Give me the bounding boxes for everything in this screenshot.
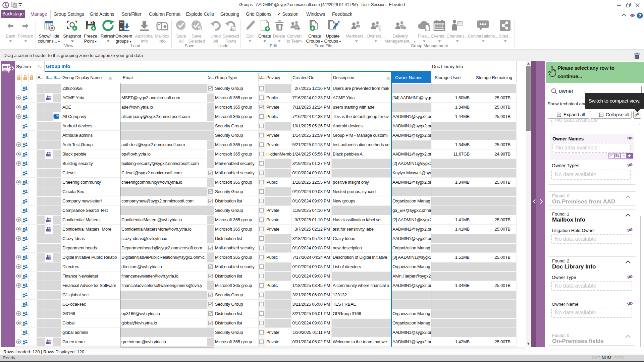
svg-text:?: ? xyxy=(639,13,641,18)
